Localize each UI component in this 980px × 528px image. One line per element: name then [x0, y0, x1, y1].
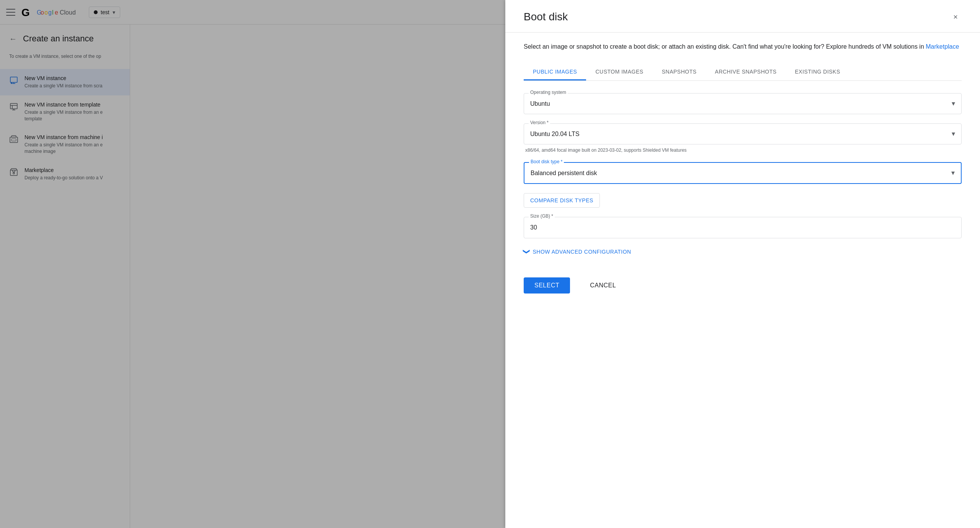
- disk-type-select[interactable]: Balanced persistent disk: [524, 163, 961, 183]
- tab-public-images[interactable]: PUBLIC IMAGES: [524, 64, 586, 80]
- close-button[interactable]: ×: [949, 11, 962, 23]
- disk-type-field-wrapper: Boot disk type * Balanced persistent dis…: [524, 162, 962, 184]
- select-button[interactable]: SELECT: [524, 277, 570, 294]
- size-input[interactable]: [524, 217, 961, 238]
- version-field-hint: x86/64, amd64 focal image built on 2023-…: [524, 148, 962, 153]
- os-form-group: Operating system Ubuntu ▾: [524, 93, 962, 114]
- version-form-group: Version * Ubuntu 20.04 LTS ▾ x86/64, amd…: [524, 123, 962, 153]
- size-field-wrapper: Size (GB) *: [524, 217, 962, 238]
- version-select[interactable]: Ubuntu 20.04 LTS: [524, 124, 961, 144]
- size-field-label: Size (GB) *: [529, 213, 555, 219]
- modal-header: Boot disk ×: [505, 0, 980, 33]
- os-field-label: Operating system: [529, 90, 568, 95]
- modal-title: Boot disk: [524, 11, 568, 23]
- compare-disk-types-button[interactable]: COMPARE DISK TYPES: [524, 193, 600, 208]
- modal-body: Select an image or snapshot to create a …: [505, 33, 980, 528]
- marketplace-link[interactable]: Marketplace: [926, 43, 959, 50]
- tabs: PUBLIC IMAGES CUSTOM IMAGES SNAPSHOTS AR…: [524, 64, 962, 80]
- chevron-down-icon: ❯: [523, 249, 531, 255]
- version-field-wrapper: Version * Ubuntu 20.04 LTS ▾: [524, 123, 962, 144]
- tab-snapshots[interactable]: SNAPSHOTS: [653, 64, 706, 80]
- advanced-config-label: SHOW ADVANCED CONFIGURATION: [533, 249, 631, 255]
- disk-type-form-group: Boot disk type * Balanced persistent dis…: [524, 162, 962, 184]
- os-select[interactable]: Ubuntu: [524, 93, 961, 114]
- version-field-label: Version *: [529, 120, 550, 125]
- cancel-button[interactable]: CANCEL: [579, 277, 627, 294]
- tab-archive-snapshots[interactable]: ARCHIVE SNAPSHOTS: [706, 64, 786, 80]
- tabs-container: PUBLIC IMAGES CUSTOM IMAGES SNAPSHOTS AR…: [524, 64, 962, 81]
- size-form-group: Size (GB) *: [524, 217, 962, 238]
- tab-existing-disks[interactable]: EXISTING DISKS: [786, 64, 849, 80]
- os-field-wrapper: Operating system Ubuntu ▾: [524, 93, 962, 114]
- actions: SELECT CANCEL: [524, 274, 962, 294]
- advanced-config-toggle[interactable]: ❯ SHOW ADVANCED CONFIGURATION: [524, 248, 962, 256]
- modal-panel: Boot disk × Select an image or snapshot …: [505, 0, 980, 528]
- tab-custom-images[interactable]: CUSTOM IMAGES: [586, 64, 652, 80]
- disk-type-field-label: Boot disk type *: [529, 159, 564, 164]
- modal-description: Select an image or snapshot to create a …: [524, 42, 962, 52]
